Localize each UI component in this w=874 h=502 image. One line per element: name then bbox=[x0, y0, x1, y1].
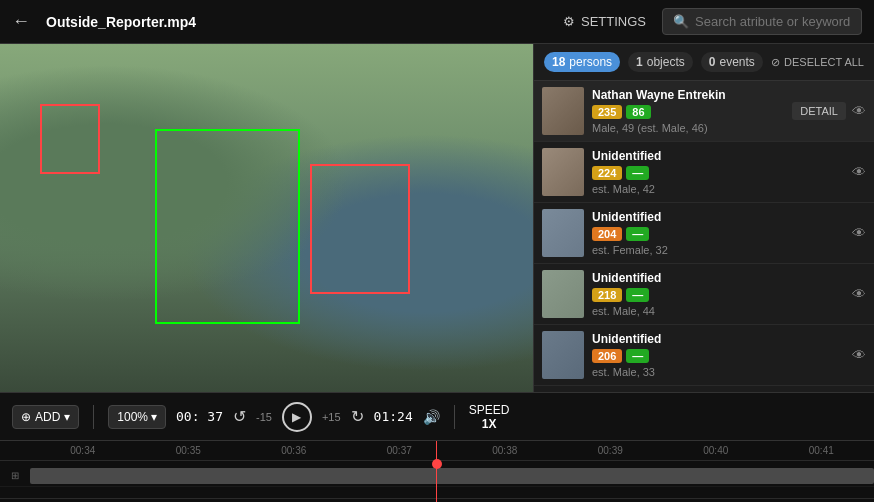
back-button[interactable]: ← bbox=[12, 11, 30, 32]
ruler-mark: 00:34 bbox=[30, 445, 136, 456]
ruler-mark: 00:38 bbox=[452, 445, 558, 456]
track-icon: ⊞ bbox=[0, 470, 30, 481]
person-scores: 224 — bbox=[592, 166, 844, 180]
avatar bbox=[542, 87, 584, 135]
person-scores: 218 — bbox=[592, 288, 844, 302]
ruler-mark: 00:39 bbox=[558, 445, 664, 456]
search-input[interactable] bbox=[695, 14, 855, 29]
detection-box-person-1[interactable] bbox=[155, 129, 300, 324]
skip-fwd-label: +15 bbox=[322, 411, 341, 423]
person-name: Unidentified bbox=[592, 332, 844, 346]
person-name: Unidentified bbox=[592, 210, 844, 224]
person-meta: est. Male, 44 bbox=[592, 305, 844, 317]
playhead[interactable] bbox=[436, 441, 437, 502]
video-area bbox=[0, 44, 533, 392]
ruler-mark: 00:40 bbox=[663, 445, 769, 456]
file-title: Outside_Reporter.mp4 bbox=[46, 14, 547, 30]
person-meta: est. Female, 32 bbox=[592, 244, 844, 256]
person-info: Nathan Wayne Entrekin 235 86 Male, 49 (e… bbox=[592, 88, 784, 134]
divider bbox=[454, 405, 455, 429]
search-icon: 🔍 bbox=[673, 14, 689, 29]
skip-forward-button[interactable]: ↻ bbox=[351, 407, 364, 426]
ruler-mark: 00:41 bbox=[769, 445, 875, 456]
detection-box-person-3 bbox=[40, 104, 100, 174]
tab-persons[interactable]: 18 persons bbox=[544, 52, 620, 72]
person-actions: 👁 bbox=[852, 225, 866, 241]
score-badge-secondary: — bbox=[626, 349, 649, 363]
main-area: 18 persons 1 objects 0 events ⊘ DESELECT… bbox=[0, 44, 874, 392]
playhead-dot bbox=[432, 459, 442, 469]
person-name: Nathan Wayne Entrekin bbox=[592, 88, 784, 102]
chevron-down-icon: ▾ bbox=[151, 410, 157, 424]
eye-icon[interactable]: 👁 bbox=[852, 286, 866, 302]
person-info: Unidentified 224 — est. Male, 42 bbox=[592, 149, 844, 195]
avatar bbox=[542, 209, 584, 257]
person-actions: 👁 bbox=[852, 286, 866, 302]
avatar bbox=[542, 331, 584, 379]
score-badge-primary: 218 bbox=[592, 288, 622, 302]
search-bar[interactable]: 🔍 bbox=[662, 8, 862, 35]
dropdown-icon: ▾ bbox=[64, 410, 70, 424]
plus-icon: ⊕ bbox=[21, 410, 31, 424]
settings-icon: ⚙ bbox=[563, 14, 575, 29]
score-badge-secondary: 86 bbox=[626, 105, 650, 119]
settings-button[interactable]: ⚙ SETTINGS bbox=[563, 14, 646, 29]
person-actions: 👁 bbox=[852, 164, 866, 180]
list-item[interactable]: Nathan Wayne Entrekin 235 86 Male, 49 (e… bbox=[534, 81, 874, 142]
timeline-ruler: 00:34 00:35 00:36 00:37 00:38 00:39 00:4… bbox=[0, 441, 874, 461]
score-badge-secondary: — bbox=[626, 288, 649, 302]
zoom-button[interactable]: 100% ▾ bbox=[108, 405, 166, 429]
tab-objects[interactable]: 1 objects bbox=[628, 52, 693, 72]
score-badge-primary: 224 bbox=[592, 166, 622, 180]
person-actions: DETAIL 👁 bbox=[792, 102, 866, 120]
person-list: Nathan Wayne Entrekin 235 86 Male, 49 (e… bbox=[534, 81, 874, 392]
controls-bar: ⊕ ADD ▾ 100% ▾ 00: 37 ↺ -15 ▶ +15 ↻ 01:2… bbox=[0, 392, 874, 440]
person-scores: 204 — bbox=[592, 227, 844, 241]
person-info: Unidentified 204 — est. Female, 32 bbox=[592, 210, 844, 256]
time-current: 00: 37 bbox=[176, 409, 223, 424]
person-meta: Male, 49 (est. Male, 46) bbox=[592, 122, 784, 134]
list-item[interactable]: Unidentified 224 — est. Male, 42 👁 bbox=[534, 142, 874, 203]
detail-button[interactable]: DETAIL bbox=[792, 102, 846, 120]
score-badge-primary: 235 bbox=[592, 105, 622, 119]
eye-icon[interactable]: 👁 bbox=[852, 347, 866, 363]
volume-icon[interactable]: 🔊 bbox=[423, 409, 440, 425]
timeline-area: 00:34 00:35 00:36 00:37 00:38 00:39 00:4… bbox=[0, 440, 874, 502]
list-item[interactable]: Unidentified 206 — est. Male, 33 👁 bbox=[534, 325, 874, 386]
tab-events[interactable]: 0 events bbox=[701, 52, 763, 72]
panel-tabs: 18 persons 1 objects 0 events ⊘ DESELECT… bbox=[534, 44, 874, 81]
detection-box-person-2[interactable] bbox=[310, 164, 410, 294]
bottom-tracks: Unidentified Unidentified bbox=[0, 498, 874, 502]
person-scores: 235 86 bbox=[592, 105, 784, 119]
play-button[interactable]: ▶ bbox=[282, 402, 312, 432]
score-badge-primary: 206 bbox=[592, 349, 622, 363]
avatar bbox=[542, 270, 584, 318]
score-badge-secondary: — bbox=[626, 227, 649, 241]
list-item[interactable]: Unidentified 218 — est. Male, 44 👁 bbox=[534, 264, 874, 325]
person-meta: est. Male, 42 bbox=[592, 183, 844, 195]
person-meta: est. Male, 33 bbox=[592, 366, 844, 378]
eye-icon[interactable]: 👁 bbox=[852, 225, 866, 241]
deselect-icon: ⊘ bbox=[771, 56, 780, 69]
track-row-bottom-1: Unidentified bbox=[0, 498, 874, 502]
time-end: 01:24 bbox=[374, 409, 413, 424]
add-button[interactable]: ⊕ ADD ▾ bbox=[12, 405, 79, 429]
person-actions: 👁 bbox=[852, 347, 866, 363]
list-item[interactable]: Unidentified 204 — est. Female, 32 👁 bbox=[534, 203, 874, 264]
speed-control[interactable]: SPEED 1X bbox=[469, 403, 510, 431]
ruler-mark: 00:35 bbox=[136, 445, 242, 456]
person-name: Unidentified bbox=[592, 271, 844, 285]
track-content[interactable] bbox=[30, 468, 874, 484]
divider bbox=[93, 405, 94, 429]
skip-back-button[interactable]: ↺ bbox=[233, 407, 246, 426]
deselect-all-button[interactable]: ⊘ DESELECT ALL bbox=[771, 56, 864, 69]
video-frame bbox=[0, 44, 533, 392]
eye-icon[interactable]: 👁 bbox=[852, 103, 866, 119]
skip-back-icon: ↺ bbox=[233, 408, 246, 425]
person-info: Unidentified 218 — est. Male, 44 bbox=[592, 271, 844, 317]
header: ← Outside_Reporter.mp4 ⚙ SETTINGS 🔍 bbox=[0, 0, 874, 44]
score-badge-secondary: — bbox=[626, 166, 649, 180]
ruler-mark: 00:36 bbox=[241, 445, 347, 456]
eye-icon[interactable]: 👁 bbox=[852, 164, 866, 180]
person-info: Unidentified 206 — est. Male, 33 bbox=[592, 332, 844, 378]
